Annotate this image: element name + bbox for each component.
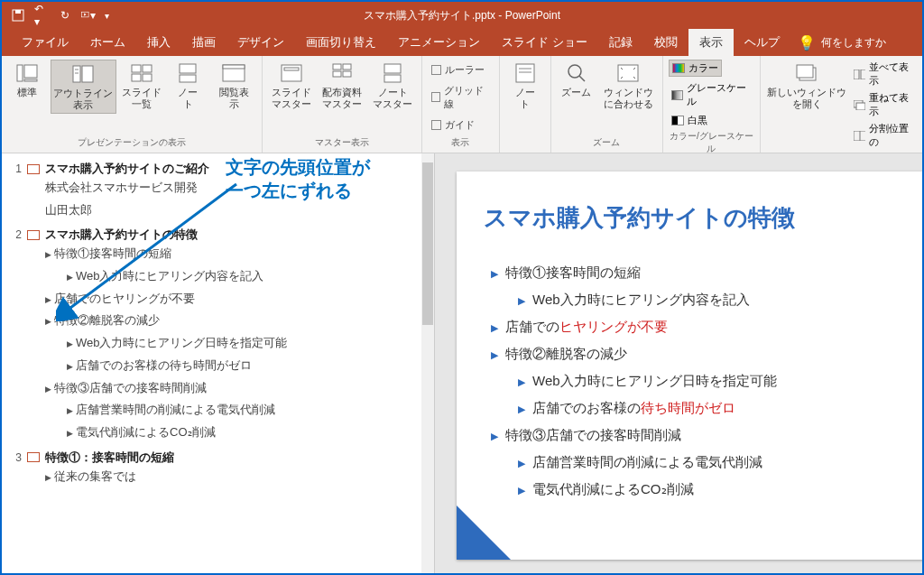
- tab-design[interactable]: デザイン: [226, 29, 295, 56]
- outline-bullet[interactable]: 電気代削減によるCO₂削減: [45, 422, 430, 444]
- tab-home[interactable]: ホーム: [79, 29, 136, 56]
- slide-bullet[interactable]: 特徴①接客時間の短縮: [484, 259, 899, 286]
- tab-draw[interactable]: 描画: [181, 29, 226, 56]
- svg-rect-22: [333, 71, 341, 77]
- qat-overflow-icon[interactable]: ▾: [105, 11, 109, 21]
- outline-scrollbar[interactable]: [421, 153, 434, 573]
- outline-bullet[interactable]: 従来の集客では: [45, 466, 430, 488]
- bw-mode-button[interactable]: 白黒: [669, 113, 710, 128]
- outline-slide-icon[interactable]: [27, 452, 40, 462]
- svg-rect-6: [73, 66, 80, 82]
- svg-rect-4: [24, 65, 37, 78]
- svg-rect-5: [24, 79, 37, 81]
- slide-bullet[interactable]: 電気代削減によるCO₂削減: [484, 476, 899, 503]
- outline-slide-title[interactable]: スマホ購入予約サイトの特徴: [45, 227, 198, 243]
- outline-slide-icon[interactable]: [27, 230, 40, 240]
- zoom-button[interactable]: ズーム: [557, 60, 596, 101]
- save-icon[interactable]: [11, 8, 25, 23]
- outline-slide-title[interactable]: 特徴①：接客時間の短縮: [45, 450, 174, 466]
- svg-rect-38: [854, 131, 865, 141]
- fit-window-button[interactable]: ウィンドウ に合わせる: [600, 60, 657, 112]
- tab-record[interactable]: 記録: [598, 29, 643, 56]
- outline-bullet[interactable]: Web入力時にヒアリング日時を指定可能: [45, 332, 430, 355]
- outline-pane[interactable]: 文字の先頭位置が 一つ左にずれる 1スマホ購入予約サイトのご紹介株式会社スマホサ…: [2, 153, 435, 573]
- tab-transitions[interactable]: 画面切り替え: [295, 29, 387, 56]
- guides-checkbox[interactable]: ガイド: [428, 116, 478, 134]
- slide-title[interactable]: スマホ購入予約サイトの特徴: [484, 202, 899, 234]
- bulb-icon: 💡: [798, 34, 816, 51]
- view-reading-button[interactable]: 閲覧表示: [211, 60, 256, 112]
- outline-bullet[interactable]: 店舗営業時間の削減による電気代削減: [45, 399, 430, 422]
- tab-animations[interactable]: アニメーション: [387, 29, 491, 56]
- tab-file[interactable]: ファイル: [11, 29, 79, 56]
- gridlines-checkbox[interactable]: グリッド線: [428, 82, 494, 113]
- ruler-checkbox[interactable]: ルーラー: [428, 61, 488, 79]
- outline-bullet[interactable]: 株式会社スマホサービス開発: [45, 177, 430, 199]
- color-mode-button[interactable]: カラー: [669, 60, 722, 77]
- outline-bullet[interactable]: 店舗でのお客様の待ち時間がゼロ: [45, 355, 430, 377]
- workspace: 文字の先頭位置が 一つ左にずれる 1スマホ購入予約サイトのご紹介株式会社スマホサ…: [2, 153, 922, 573]
- outline-bullet[interactable]: 山田太郎: [45, 199, 430, 222]
- outline-slide[interactable]: 2スマホ購入予約サイトの特徴特徴①接客時間の短縮Web入力時にヒアリング内容を記…: [9, 227, 430, 443]
- slide-body[interactable]: 特徴①接客時間の短縮Web入力時にヒアリング内容を記入店舗でのヒヤリングが不要特…: [484, 259, 899, 503]
- outline-bullet[interactable]: 特徴③店舗での接客時間削減: [45, 377, 430, 400]
- slide-bullet[interactable]: Web入力時にヒアリング内容を記入: [484, 286, 899, 313]
- arrange-all-button[interactable]: 並べて表示: [851, 60, 917, 88]
- outline-slide-icon[interactable]: [27, 164, 40, 174]
- undo-icon[interactable]: ↶ ▾: [34, 8, 49, 23]
- outline-bullet[interactable]: 特徴②離脱客の減少: [45, 310, 430, 332]
- tellme-search[interactable]: 💡 何をしますか: [798, 34, 886, 51]
- cascade-button[interactable]: 重ねて表示: [851, 90, 917, 119]
- titlebar: ↶ ▾ ↻ ▾ ▾ スマホ購入予約サイト.pptx - PowerPoint: [2, 2, 922, 29]
- view-notespage-button[interactable]: ノー ト: [168, 60, 208, 112]
- slideshow-start-icon[interactable]: ▾: [81, 8, 96, 23]
- grayscale-mode-button[interactable]: グレースケール: [669, 80, 755, 109]
- slide-bullet[interactable]: Web入力時にヒアリング日時を指定可能: [484, 367, 899, 394]
- new-window-button[interactable]: 新しいウィンドウ を開く: [766, 60, 847, 112]
- svg-rect-20: [333, 64, 341, 70]
- outline-bullet[interactable]: 特徴①接客時間の短縮: [45, 243, 430, 265]
- outline-slide-title[interactable]: スマホ購入予約サイトのご紹介: [45, 161, 209, 177]
- tab-help[interactable]: ヘルプ: [734, 29, 790, 56]
- move-split-button[interactable]: 分割位置の: [851, 121, 917, 150]
- slide-bullet[interactable]: 店舗営業時間の削減による電気代削減: [484, 449, 899, 476]
- slide-bullet[interactable]: 特徴③店舗での接客時間削減: [484, 422, 899, 449]
- slide-bullet[interactable]: 特徴②離脱客の減少: [484, 340, 899, 367]
- outline-bullet[interactable]: 店舗でのヒヤリングが不要: [45, 288, 430, 311]
- notes-toggle-button[interactable]: ノー ト: [505, 60, 545, 112]
- tab-view[interactable]: 表示: [688, 29, 734, 56]
- tab-slideshow[interactable]: スライド ショー: [491, 29, 598, 56]
- view-normal-button[interactable]: 標準: [7, 60, 47, 101]
- outline-slide-number: 2: [9, 228, 22, 241]
- svg-point-29: [568, 65, 581, 78]
- ribbon-group-notes: ノー ト: [500, 56, 551, 153]
- view-outline-button[interactable]: アウトライン 表示: [51, 60, 116, 114]
- slide-bullet[interactable]: 店舗でのお客様の待ち時間がゼロ: [484, 394, 899, 422]
- slide-bullet[interactable]: 店舗でのヒヤリングが不要: [484, 313, 899, 340]
- ribbon-group-window: 新しいウィンドウ を開く 並べて表示 重ねて表示 分割位置の ウィンドウ: [761, 56, 922, 153]
- svg-rect-34: [854, 70, 859, 79]
- outline-slide-number: 1: [9, 162, 22, 175]
- svg-rect-37: [856, 103, 865, 110]
- svg-rect-35: [861, 70, 865, 79]
- view-sorter-button[interactable]: スライド 一覧: [120, 60, 165, 112]
- svg-rect-12: [132, 74, 141, 81]
- svg-rect-10: [132, 65, 141, 72]
- outline-slide[interactable]: 1スマホ購入予約サイトのご紹介株式会社スマホサービス開発山田太郎: [9, 161, 430, 221]
- slide-pane[interactable]: スマホ購入予約サイトの特徴 特徴①接客時間の短縮Web入力時にヒアリング内容を記…: [435, 153, 922, 573]
- tab-insert[interactable]: 挿入: [136, 29, 181, 56]
- slide-canvas[interactable]: スマホ購入予約サイトの特徴 特徴①接客時間の短縮Web入力時にヒアリング内容を記…: [457, 172, 922, 560]
- tab-review[interactable]: 校閲: [643, 29, 688, 56]
- handout-master-button[interactable]: 配布資料 マスター: [319, 60, 365, 112]
- svg-rect-11: [143, 65, 152, 72]
- svg-rect-21: [343, 64, 351, 70]
- redo-icon[interactable]: ↻: [58, 8, 72, 23]
- slide-decoration-triangle: [457, 505, 511, 560]
- outline-bullet[interactable]: Web入力時にヒアリング内容を記入: [45, 265, 430, 288]
- ribbon-group-show: ルーラー グリッド線 ガイド 表示: [422, 56, 500, 153]
- svg-rect-14: [180, 64, 196, 73]
- ribbon-group-master-views: スライド マスター 配布資料 マスター ノート マスター マスター表示: [263, 56, 422, 153]
- notes-master-button[interactable]: ノート マスター: [369, 60, 416, 112]
- outline-slide[interactable]: 3特徴①：接客時間の短縮従来の集客では: [9, 450, 430, 488]
- slide-master-button[interactable]: スライド マスター: [268, 60, 315, 112]
